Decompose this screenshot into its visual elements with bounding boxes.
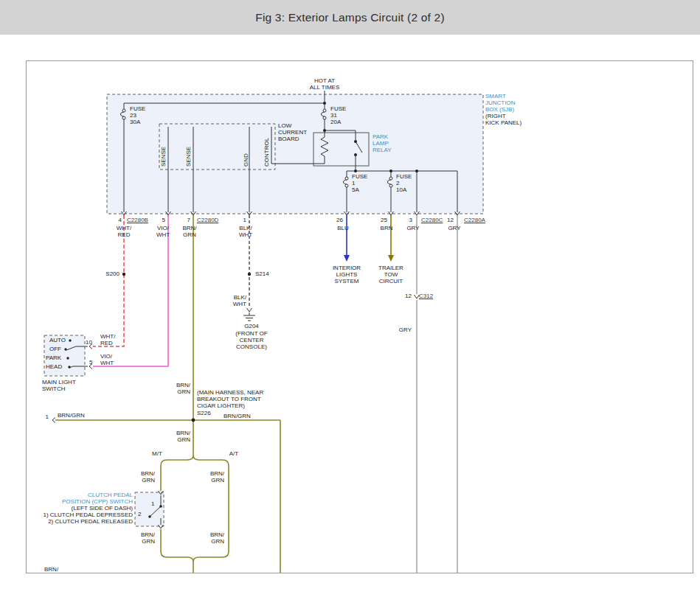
mls-wire-vio-wht: VIO/ WHT <box>100 353 114 366</box>
wire-label-brn-grn-below-s226: BRN/ GRN <box>168 430 190 443</box>
sjb-location-label: (RIGHT KICK PANEL) <box>485 113 521 126</box>
connector-c2280d-link[interactable]: C2280D <box>197 217 218 223</box>
fuse-2-label: FUSE 2 10A <box>396 173 412 193</box>
pin-1-label: 1 <box>238 217 246 223</box>
wire-label-gry-3: GRY <box>406 225 419 231</box>
connector-c312-link[interactable]: C312 <box>419 293 433 299</box>
fuse-31-label: FUSE 31 20A <box>330 105 346 125</box>
sense-pin-label-2: SENSE <box>185 147 192 167</box>
fuse-1-label: FUSE 1 5A <box>352 173 367 193</box>
sense-pin-label-1: SENSE <box>160 147 167 167</box>
fuse-23-label: FUSE 23 30A <box>130 105 145 125</box>
mls-wire-wht-red: WHT/ RED <box>100 333 115 346</box>
wire-label-partial-bottom: BRN/ <box>44 566 58 573</box>
left-connector-pin-1: 1 <box>41 413 49 420</box>
ground-g204-label: G204 <box>244 323 259 329</box>
low-current-board-label: LOW CURRENT BOARD <box>278 122 307 142</box>
cpp-switch-details: (LEFT SIDE OF DASH) 1) CLUTCH PEDAL DEPR… <box>43 505 133 525</box>
pin-26-label: 26 <box>332 217 343 223</box>
mls-position-head: HEAD <box>46 363 62 370</box>
wire-label-brn-grn-mt-lower: BRN/ GRN <box>134 531 155 545</box>
c312-pin-label: 12 <box>398 293 412 299</box>
mls-pin-5-label: 5 <box>89 359 92 366</box>
pin-5-label: 5 <box>156 217 165 223</box>
wire-label-gry-c312: GRY <box>389 327 412 333</box>
splice-s200-label: S200 <box>97 270 119 277</box>
wire-label-brn-grn-above-s226: BRN/ GRN <box>168 382 190 395</box>
wire-label-gry-12: GRY <box>448 225 460 231</box>
gnd-pin-label: GND <box>243 153 249 167</box>
wire-label-blk-wht: BLK/ WHT <box>239 225 252 238</box>
cpp-switch-name: CLUTCH PEDAL POSITION (CPP) SWITCH <box>43 492 133 505</box>
connector-c2280a-link[interactable]: C2280A <box>464 217 485 223</box>
trailer-tow-circuit-label: TRAILER TOW CIRCUIT <box>378 265 403 284</box>
mls-position-off: OFF <box>49 346 61 352</box>
splice-s226-label: S226 <box>197 410 211 416</box>
wire-label-brn-grn-right: BRN/GRN <box>223 413 251 419</box>
wire-label-vio-wht: VIO/ WHT <box>156 225 170 238</box>
wire-label-brn-grn-at-lower: BRN/ GRN <box>204 531 224 545</box>
connector-chevrons <box>52 212 460 528</box>
wire-label-blk-wht-ground: BLK/ WHT <box>224 294 246 307</box>
branch-mt-label: M/T <box>152 450 162 457</box>
pin-7-label: 7 <box>181 217 190 223</box>
pin-4-label: 4 <box>113 217 122 223</box>
mls-pin-10-label: 10 <box>86 339 92 346</box>
control-pin-label: CONTROL <box>263 138 270 167</box>
pin-25-label: 25 <box>376 217 387 223</box>
park-lamp-relay-label: PARK LAMP RELAY <box>372 133 392 153</box>
splice-s214-label: S214 <box>255 270 269 277</box>
branch-at-label: A/T <box>229 450 238 457</box>
cpp-pin-2-label: 2 <box>138 511 141 517</box>
wire-label-brn-grn: BRN/ GRN <box>182 225 196 238</box>
wire-brn <box>388 215 394 262</box>
cpp-pin-1-label: 1 <box>151 500 154 507</box>
wire-label-blu: BLU <box>337 225 349 231</box>
mls-position-park: PARK <box>46 355 61 361</box>
pin-12-label: 12 <box>443 217 454 223</box>
hot-at-all-times-label: HOT AT ALL TIMES <box>310 77 339 91</box>
wire-label-brn-grn-at-upper: BRN/ GRN <box>204 470 224 483</box>
pin-3-label: 3 <box>403 217 412 223</box>
ground-g204-location: (FRONT OF CENTER CONSOLE) <box>235 330 267 350</box>
harness-note: (MAIN HARNESS, NEAR BREAKOUT TO FRONT CI… <box>197 389 263 409</box>
connector-c2280c-link[interactable]: C2280C <box>421 217 443 223</box>
interior-lights-system-label: INTERIOR LIGHTS SYSTEM <box>333 265 361 284</box>
wire-label-brn-grn-mt-upper: BRN/ GRN <box>134 470 155 483</box>
cpp-switch-box <box>135 492 164 526</box>
mls-position-auto: AUTO <box>49 337 66 343</box>
wire-label-wht-red: WHT/ RED <box>117 225 131 238</box>
main-light-switch-name: MAIN LIGHT SWITCH <box>42 379 76 392</box>
connector-c2280b-link[interactable]: C2280B <box>127 217 148 223</box>
wire-label-brn-grn-left: BRN/GRN <box>58 412 85 419</box>
sjb-name-label: SMART JUNCTION BOX (SJB) <box>485 93 515 113</box>
wire-blu <box>344 215 350 262</box>
wire-label-brn: BRN <box>381 225 393 231</box>
